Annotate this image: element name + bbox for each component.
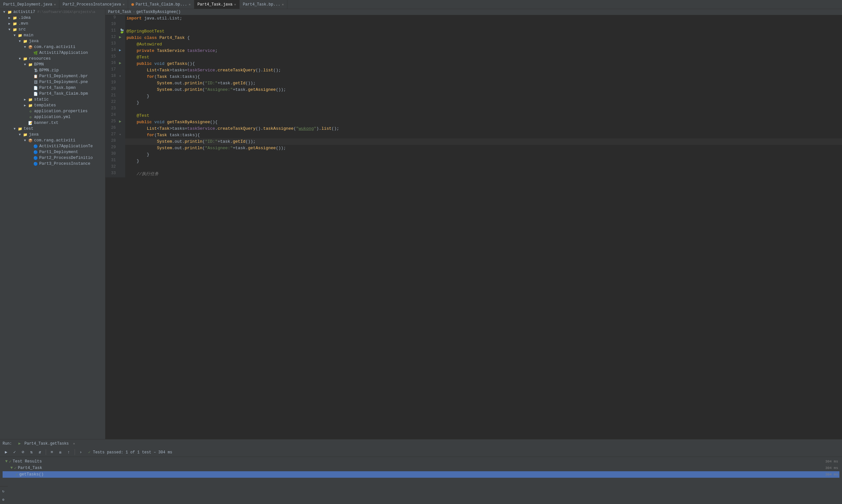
tree-item-part2-processdef[interactable]: ▶ 🔵 Part2_ProcessDefinitio [0, 155, 105, 161]
fold-icon[interactable]: ▾ [119, 133, 121, 137]
line-code: @Test [125, 54, 842, 61]
tree-item-root[interactable]: ▼ 📁 activiti7 F:\software\IDEA\projects\… [0, 9, 105, 15]
tree-item-banner-txt[interactable]: ▶ 📝 banner.txt [0, 120, 105, 126]
tree-arrow-bpmn-folder[interactable]: ▼ [23, 63, 27, 67]
tree-item-activiti7-test[interactable]: ▶ 🔵 Activiti7ApplicationTe [0, 143, 105, 149]
tree-item-package[interactable]: ▼ 📦 com.rang.activiti [0, 44, 105, 50]
tree-item-resources[interactable]: ▼ 📁 resources [0, 56, 105, 61]
tree-label: Part1_Deployment [39, 150, 78, 155]
table-row: 15 @Test [105, 54, 842, 61]
tree-item-part1-deploy-test[interactable]: ▶ 🔵 Part1_Deployment [0, 149, 105, 155]
collapse-button[interactable]: ⇊ [57, 449, 64, 456]
run-tab-close[interactable]: ✕ [73, 442, 75, 446]
tree-item-activiti7app[interactable]: ▶ 🌿 Activiti7Application [0, 50, 105, 56]
tree-item-mvn[interactable]: ▶ 📁 .mvn [0, 21, 105, 26]
run-icon2[interactable]: ▶ [119, 48, 121, 52]
tab-close-icon[interactable]: ✕ [189, 3, 191, 6]
fold-icon[interactable]: ▾ [119, 74, 121, 78]
line-code: System.out.println("ID:"+task.getId()); [125, 139, 842, 145]
code-editor[interactable]: 9 import java.util.List; 10 11 🍃 [105, 15, 842, 439]
tree-arrow-static[interactable]: ▶ [23, 97, 27, 102]
tab-close-icon[interactable]: ✕ [123, 3, 125, 6]
line-code [125, 164, 842, 171]
test-icon: 🔵 [33, 155, 38, 161]
tree-arrow-java-test[interactable]: ▼ [18, 133, 22, 137]
tree-arrow-test[interactable]: ▼ [13, 127, 17, 131]
side-btn-refresh[interactable]: ↻ [0, 488, 6, 494]
tree-arrow-src[interactable]: ▼ [7, 28, 11, 32]
stop-button[interactable]: ⊘ [19, 449, 26, 456]
tree-item-bpmn-zip[interactable]: ▶ 🗜 BPMN.zip [0, 68, 105, 73]
test-result-method[interactable]: ✓ getTasks() 304 ms [3, 471, 839, 478]
tree-arrow-templates[interactable]: ▶ [23, 104, 27, 107]
tree-item-bpmn-folder[interactable]: ▼ 📁 BPMN [0, 61, 105, 68]
tree-item-app-yml[interactable]: ▶ ⚙ application.yml [0, 114, 105, 120]
tree-item-part4-task-bpmn[interactable]: ▶ 📄 Part4_Task.bpmn [0, 85, 105, 91]
tree-item-part4-claim-bpmn[interactable]: ▶ 📄 Part4_Task_Claim.bpm [0, 91, 105, 97]
line-code: @Test [125, 112, 842, 119]
table-row: 20 System.out.println("Assignee:"+task.g… [105, 87, 842, 93]
check-button[interactable]: ✓ [11, 449, 18, 456]
filter-button[interactable]: ≡ [48, 449, 55, 456]
tree-item-package-test[interactable]: ▼ 📦 com.rang.activiti [0, 138, 105, 143]
tree-arrow-package[interactable]: ▼ [23, 46, 27, 49]
tree-item-java-main[interactable]: ▼ 📁 java [0, 38, 105, 44]
bottom-content: ▼ ✓ Test Results 304 ms ▼ ✓ Part4_Task 3… [0, 457, 842, 504]
tab-close-icon[interactable]: ✕ [282, 3, 284, 6]
tree-arrow-idea[interactable]: ▶ [7, 16, 11, 20]
line-gutter [119, 145, 125, 151]
tree-arrow-root[interactable]: ▼ [2, 11, 6, 14]
test-result-class[interactable]: ▼ ✓ Part4_Task 304 ms [3, 465, 839, 471]
prev-button[interactable]: › [77, 449, 84, 456]
tab-close-icon[interactable]: ✕ [234, 3, 236, 6]
tree-item-java-test[interactable]: ▼ 📁 java [0, 132, 105, 138]
tree-arrow-mvn[interactable]: ▶ [7, 22, 11, 25]
line-code: } [125, 151, 842, 158]
tab-part4-task[interactable]: Part4_Task.java ✕ [194, 0, 240, 9]
line-number: 22 [105, 100, 119, 106]
file-tree[interactable]: ▼ 📁 activiti7 F:\software\IDEA\projects\… [0, 9, 105, 439]
tab-part1-deployment[interactable]: Part1_Deployment.java ✕ [0, 0, 59, 9]
tree-item-part1-deploy-png[interactable]: ▶ 🖼 Part1_Deployment.pne [0, 79, 105, 85]
tab-part1-task-claim[interactable]: Part1_Task_Claim.bp... ✕ [128, 0, 194, 9]
line-number: 27 [105, 132, 119, 139]
run-tab[interactable]: ▶ Part4_Task.getTasks ✕ [16, 440, 78, 447]
tree-item-test[interactable]: ▼ 📁 test [0, 126, 105, 132]
sort-asc-button[interactable]: ⇅ [28, 449, 35, 456]
tree-arrow-resources[interactable]: ▼ [18, 57, 22, 61]
run-button[interactable]: ▶ [3, 449, 10, 456]
tree-label: Part4_Task.bpmn [39, 86, 76, 90]
main-area: ▼ 📁 activiti7 F:\software\IDEA\projects\… [0, 9, 842, 439]
tree-item-templates[interactable]: ▶ 📁 templates [0, 103, 105, 108]
run-icon[interactable]: ▶ [119, 35, 121, 40]
folder-icon: 📁 [12, 21, 18, 26]
package-icon: 📦 [28, 44, 33, 50]
tree-arrow-java-main[interactable]: ▼ [18, 40, 22, 43]
status-text-label: Tests passed: 1 of 1 test – 304 ms [93, 450, 172, 455]
line-gutter [119, 112, 125, 119]
tab-close-icon[interactable]: ✕ [54, 3, 56, 6]
test-result-root[interactable]: ▼ ✓ Test Results 304 ms [3, 458, 839, 465]
line-gutter [119, 67, 125, 74]
tree-item-main[interactable]: ▼ 📁 main [0, 32, 105, 38]
bpmn-red-icon: 📄 [33, 85, 38, 90]
tree-item-part1-deploy-bpm[interactable]: ▶ 📋 Part1_Deployment.bpr [0, 73, 105, 79]
run-icon[interactable]: ▶ [119, 119, 121, 124]
tree-item-src[interactable]: ▼ 📁 src [0, 26, 105, 32]
run-icon[interactable]: ▶ [119, 61, 121, 66]
tree-item-app-properties[interactable]: ▶ ⚙ application.properties [0, 108, 105, 114]
test-result-time: 304 ms [825, 466, 838, 470]
tree-item-idea[interactable]: ▶ 📁 .idea [0, 15, 105, 21]
tree-item-static[interactable]: ▶ 📁 static [0, 97, 105, 103]
tree-arrow-package-test[interactable]: ▼ [23, 139, 27, 142]
folder-icon: 📁 [28, 97, 33, 102]
table-row: 19 System.out.println("ID:"+task.getId()… [105, 80, 842, 87]
up-button[interactable]: ↑ [65, 449, 72, 456]
tree-arrow-main[interactable]: ▼ [13, 34, 17, 37]
tab-part4-task-bpmn[interactable]: Part4_Task.bp... ✕ [240, 0, 287, 9]
side-btn-settings[interactable]: ⚙ [0, 496, 6, 503]
sort-desc-button[interactable]: ⇵ [36, 449, 43, 456]
tab-label: Part4_Task.java [198, 2, 233, 7]
tab-part2-processinstance[interactable]: Part2_ProcessInstancejava ✕ [59, 0, 128, 9]
tree-item-part3-processinst[interactable]: ▶ 🔵 Part3_ProcessInstance [0, 161, 105, 167]
